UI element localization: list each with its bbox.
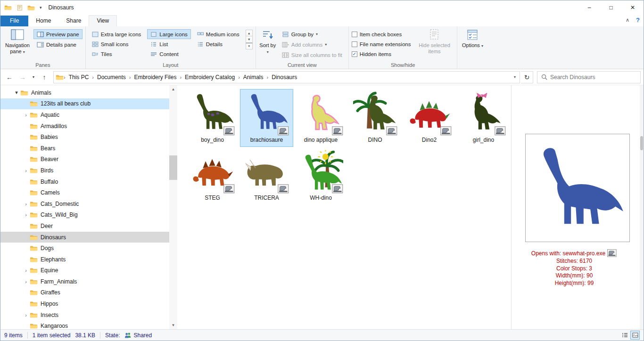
file-item[interactable]: WH-dino	[294, 147, 347, 205]
sidebar-item[interactable]: › Cats_Wild_Big	[0, 210, 169, 221]
breadcrumb-documents[interactable]: Documents	[94, 74, 129, 81]
qat-properties-icon[interactable]	[17, 5, 24, 11]
opens-with-text: Opens with: sewwhat-pro.exe	[512, 249, 637, 258]
chevron-right-icon[interactable]: ›	[22, 201, 30, 207]
hide-selected-items-button[interactable]: Hide selected items	[417, 28, 451, 55]
file-item[interactable]: Dino2	[403, 89, 456, 147]
navigation-pane-button[interactable]: Navigation pane ▾	[3, 28, 32, 55]
close-button[interactable]: ✕	[622, 0, 644, 15]
forward-button[interactable]: →	[17, 71, 29, 83]
breadcrumb-embroidery-catalog[interactable]: Embroidery Catalog	[182, 74, 238, 81]
sidebar-item[interactable]: Beaver	[0, 154, 169, 165]
scroll-up-icon[interactable]: ▲	[169, 85, 177, 93]
scrollbar-thumb[interactable]	[169, 155, 177, 180]
breadcrumb-dinosaurs[interactable]: Dinosaurs	[268, 74, 300, 81]
tab-view[interactable]: View	[89, 15, 117, 26]
sidebar-item[interactable]: › Insects	[0, 309, 169, 321]
collapse-ribbon-icon[interactable]: ∧	[626, 17, 629, 23]
file-name-extensions-checkbox[interactable]: File name extensions	[352, 39, 411, 49]
up-button[interactable]: ↑	[38, 71, 50, 83]
preview-scrollbar[interactable]	[640, 85, 644, 329]
sidebar-scrollbar[interactable]: ▲ ▼	[169, 85, 177, 329]
file-item[interactable]: dino applique	[294, 89, 347, 147]
preview-pane-button[interactable]: Preview pane	[33, 29, 83, 39]
sidebar-item[interactable]: Elephants	[0, 254, 169, 265]
tiles-button[interactable]: Tiles	[89, 49, 145, 59]
gallery-scroll-down-icon[interactable]: ▼	[246, 36, 253, 43]
refresh-button[interactable]: ↻	[521, 71, 533, 83]
hidden-items-checkbox[interactable]: ✓ Hidden items	[352, 49, 411, 59]
qat-new-folder-icon[interactable]	[27, 5, 35, 11]
sidebar-item[interactable]: 123its all bears club	[0, 98, 169, 110]
chevron-right-icon[interactable]: ›	[22, 112, 30, 118]
breadcrumb[interactable]: › This PC › Documents › Embroidery Files…	[53, 71, 520, 83]
chevron-right-icon[interactable]: ›	[22, 168, 30, 173]
scroll-down-icon[interactable]: ▼	[169, 321, 177, 329]
file-item[interactable]: girl_dino	[457, 89, 510, 147]
chevron-right-icon[interactable]: ›	[22, 212, 30, 218]
tab-share[interactable]: Share	[58, 16, 89, 26]
sidebar-item-animals[interactable]: ▾ Animals	[0, 87, 169, 98]
details-view-toggle[interactable]	[620, 331, 629, 340]
file-item[interactable]: STEG	[186, 147, 239, 205]
minimize-button[interactable]: –	[578, 0, 600, 15]
file-item-selected[interactable]: brachiosaure	[240, 89, 293, 147]
address-dropdown-chevron-icon[interactable]: ▾	[514, 75, 518, 79]
file-item[interactable]: TRICERA	[240, 147, 293, 205]
size-all-columns-button[interactable]: Size all columns to fit	[279, 50, 346, 60]
help-icon[interactable]: ?	[636, 16, 640, 24]
chevron-right-icon[interactable]: ›	[22, 268, 30, 273]
back-button[interactable]: ←	[3, 71, 16, 83]
gallery-scroll-up-icon[interactable]: ▲	[246, 30, 253, 36]
breadcrumb-this-pc[interactable]: This PC	[66, 74, 92, 81]
small-icons-button[interactable]: Small icons	[89, 39, 145, 49]
sidebar-item[interactable]: › Aquatic	[0, 109, 169, 121]
scrollbar-thumb[interactable]	[640, 136, 643, 150]
sidebar-item[interactable]: Dogs	[0, 243, 169, 254]
address-bar: ← → ▾ ↑ › This PC › Documents › Embroide…	[0, 69, 644, 85]
gallery-more-icon[interactable]: ▾	[246, 43, 253, 49]
tab-home[interactable]: Home	[28, 16, 58, 26]
thumbnail-view-toggle[interactable]	[630, 331, 640, 340]
file-item[interactable]: DINO	[348, 89, 402, 147]
tab-file[interactable]: File	[0, 16, 28, 26]
qat-customize-chevron-icon[interactable]: ▾	[40, 5, 42, 10]
sidebar-item[interactable]: › Farm_Animals	[0, 276, 169, 287]
sidebar-item-dinosaurs[interactable]: Dinosaurs	[0, 232, 169, 243]
sidebar-item[interactable]: › Birds	[0, 165, 169, 176]
details-view-button[interactable]: Details	[194, 39, 243, 49]
content-button[interactable]: Content	[147, 49, 190, 59]
medium-icons-button[interactable]: Medium icons	[194, 29, 243, 39]
chevron-right-icon[interactable]: ›	[22, 312, 30, 318]
recent-locations-chevron-icon[interactable]: ▾	[30, 71, 37, 83]
options-button[interactable]: Options ▾	[460, 28, 485, 49]
group-by-button[interactable]: Group by ▾	[279, 29, 346, 39]
chevron-right-icon[interactable]: ›	[22, 279, 30, 284]
search-input[interactable]	[550, 74, 636, 81]
sidebar-item[interactable]: Hippos	[0, 298, 169, 309]
large-icons-button[interactable]: Large icons	[147, 29, 190, 39]
maximize-button[interactable]: □	[600, 0, 622, 15]
sidebar-item[interactable]: Bears	[0, 143, 169, 154]
sidebar-item[interactable]: Buffalo	[0, 176, 169, 187]
sidebar-item[interactable]: Camels	[0, 187, 169, 198]
sidebar-item[interactable]: Giraffes	[0, 287, 169, 299]
breadcrumb-animals[interactable]: Animals	[240, 74, 267, 81]
file-item[interactable]: boy_dino	[186, 89, 239, 147]
sidebar-item[interactable]: Kangaroos	[0, 320, 169, 329]
sidebar-item[interactable]: Armadillos	[0, 121, 169, 132]
sidebar-item[interactable]: Deer	[0, 220, 169, 232]
scrollbar-track[interactable]	[169, 93, 177, 321]
sidebar-item[interactable]: › Cats_Domestic	[0, 198, 169, 210]
list-button[interactable]: List	[147, 39, 190, 49]
sidebar-item[interactable]: Babies	[0, 131, 169, 143]
search-box[interactable]	[537, 71, 641, 83]
extra-large-icons-button[interactable]: Extra large icons	[89, 29, 145, 39]
details-pane-button[interactable]: Details pane	[33, 40, 83, 49]
sidebar-item[interactable]: › Equine	[0, 265, 169, 276]
item-check-boxes-checkbox[interactable]: Item check boxes	[352, 29, 411, 39]
add-columns-button[interactable]: Add columns ▾	[279, 40, 346, 49]
breadcrumb-embroidery-files[interactable]: Embroidery Files	[131, 74, 180, 81]
sort-by-button[interactable]: Sort by ▾	[259, 28, 277, 55]
chevron-expanded-icon[interactable]: ▾	[13, 89, 20, 96]
